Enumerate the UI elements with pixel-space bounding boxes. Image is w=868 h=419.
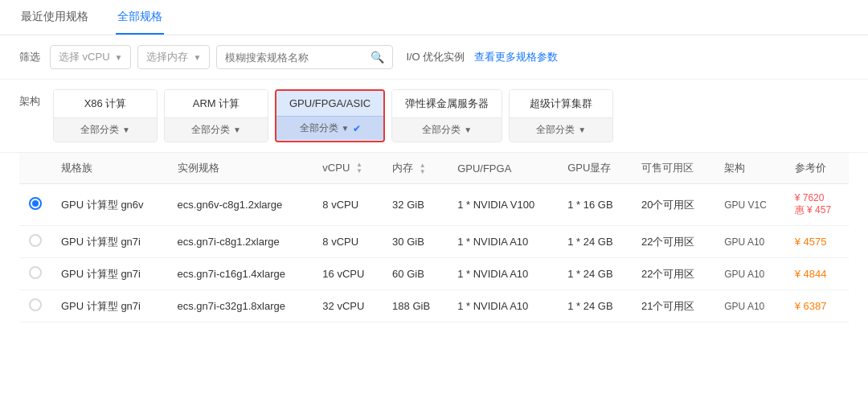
spec-cell: ecs.gn6v-c8g1.2xlarge <box>168 184 313 226</box>
price-original: ¥ 7620 <box>795 192 839 203</box>
avail-cell: 21个可用区 <box>632 290 714 322</box>
arch-card-x86[interactable]: X86 计算 全部分类 ▼ <box>53 89 158 142</box>
chevron-down-icon: ▼ <box>464 125 472 134</box>
radio-button[interactable] <box>29 298 42 311</box>
spec-table-container: 规格族 实例规格 vCPU ▲▼ 内存 ▲▼ GPU/FPGA GPU显存 可售… <box>0 153 868 322</box>
col-gpu-mem: GPU显存 <box>558 153 632 184</box>
search-icon: 🔍 <box>371 51 384 64</box>
gpu-mem-cell: 1 * 24 GB <box>558 226 632 258</box>
arch-card-super-sub: 全部分类 ▼ <box>510 117 612 142</box>
col-vcpu[interactable]: vCPU ▲▼ <box>313 153 383 184</box>
arch-card-arm-sub: 全部分类 ▼ <box>165 117 268 142</box>
search-input[interactable] <box>225 51 366 64</box>
col-family: 规格族 <box>51 153 168 184</box>
vcpu-select[interactable]: 选择 vCPU ▼ <box>50 45 131 69</box>
chevron-down-icon: ▼ <box>233 125 241 134</box>
radio-cell <box>19 258 51 290</box>
col-arch: 架构 <box>714 153 785 184</box>
arch-card-gpu[interactable]: GPU/FPGA/ASIC 全部分类 ▼ ✔ <box>275 89 385 142</box>
avail-cell: 22个可用区 <box>632 226 714 258</box>
table-row[interactable]: GPU 计算型 gn7iecs.gn7i-c32g1.8xlarge32 vCP… <box>19 290 849 322</box>
arch-card-super[interactable]: 超级计算集群 全部分类 ▼ <box>509 89 613 142</box>
vcpu-cell: 16 vCPU <box>313 258 383 290</box>
price-cell: ¥ 7620惠 ¥ 457 <box>785 184 849 226</box>
chevron-down-icon: ▼ <box>122 125 130 134</box>
vcpu-cell: 8 vCPU <box>313 226 383 258</box>
arch-card-gpu-sub: 全部分类 ▼ ✔ <box>276 116 383 140</box>
arch-card-super-title: 超级计算集群 <box>510 90 612 117</box>
gpu-cell: 1 * NVIDIA A10 <box>448 258 558 290</box>
arch-cell: GPU A10 <box>714 258 785 290</box>
avail-cell: 20个可用区 <box>632 184 714 226</box>
tab-all[interactable]: 全部规格 <box>116 0 164 35</box>
filter-row: 筛选 选择 vCPU ▼ 选择内存 ▼ 🔍 I/O 优化实例 查看更多规格参数 <box>0 35 868 80</box>
arch-card-elastic[interactable]: 弹性裸金属服务器 全部分类 ▼ <box>391 89 502 142</box>
memory-select[interactable]: 选择内存 ▼ <box>137 45 210 69</box>
arch-card-x86-title: X86 计算 <box>54 90 157 117</box>
gpu-cell: 1 * NVIDIA V100 <box>448 184 558 226</box>
filter-label: 筛选 <box>19 50 40 64</box>
col-select <box>19 153 51 184</box>
arch-card-gpu-title: GPU/FPGA/ASIC <box>276 91 383 116</box>
tabs-bar: 最近使用规格 全部规格 <box>0 0 868 35</box>
col-memory[interactable]: 内存 ▲▼ <box>383 153 448 184</box>
arch-card-arm-title: ARM 计算 <box>165 90 268 117</box>
radio-button[interactable] <box>29 234 42 247</box>
price-cell: ¥ 4575 <box>785 226 849 258</box>
arch-label: 架构 <box>19 94 40 109</box>
radio-cell <box>19 184 51 226</box>
chevron-down-icon: ▼ <box>193 53 201 62</box>
gpu-mem-cell: 1 * 24 GB <box>558 258 632 290</box>
chevron-down-icon: ▼ <box>115 53 123 62</box>
spec-cell: ecs.gn7i-c8g1.2xlarge <box>168 226 313 258</box>
search-box[interactable]: 🔍 <box>216 45 393 69</box>
family-cell: GPU 计算型 gn7i <box>51 258 168 290</box>
price-discount: 惠 ¥ 457 <box>795 203 839 217</box>
arch-card-elastic-sub: 全部分类 ▼ <box>392 117 502 142</box>
table-row[interactable]: GPU 计算型 gn7iecs.gn7i-c8g1.2xlarge8 vCPU3… <box>19 226 849 258</box>
price-value: ¥ 4844 <box>795 268 827 280</box>
price-value: ¥ 6387 <box>795 300 827 312</box>
arch-cell: GPU A10 <box>714 290 785 322</box>
table-row[interactable]: GPU 计算型 gn7iecs.gn7i-c16g1.4xlarge16 vCP… <box>19 258 849 290</box>
arch-cards: X86 计算 全部分类 ▼ ARM 计算 全部分类 ▼ GPU/FPGA/ASI… <box>53 89 849 142</box>
arch-cell: GPU A10 <box>714 226 785 258</box>
family-cell: GPU 计算型 gn7i <box>51 226 168 258</box>
sort-arrows-vcpu: ▲▼ <box>356 162 362 175</box>
arch-card-elastic-title: 弹性裸金属服务器 <box>392 90 502 117</box>
check-icon: ✔ <box>353 123 361 134</box>
price-value: ¥ 4575 <box>795 236 827 248</box>
io-badge: I/O 优化实例 <box>406 50 465 64</box>
gpu-cell: 1 * NVIDIA A10 <box>448 290 558 322</box>
table-header-row: 规格族 实例规格 vCPU ▲▼ 内存 ▲▼ GPU/FPGA GPU显存 可售… <box>19 153 849 184</box>
arch-section: 架构 X86 计算 全部分类 ▼ ARM 计算 全部分类 ▼ GPU/FPGA/… <box>0 80 868 153</box>
radio-button[interactable] <box>29 266 42 279</box>
vcpu-cell: 8 vCPU <box>313 184 383 226</box>
spec-cell: ecs.gn7i-c16g1.4xlarge <box>168 258 313 290</box>
family-cell: GPU 计算型 gn7i <box>51 290 168 322</box>
gpu-mem-cell: 1 * 16 GB <box>558 184 632 226</box>
chevron-down-icon: ▼ <box>342 124 350 133</box>
memory-cell: 188 GiB <box>383 290 448 322</box>
spec-table: 规格族 实例规格 vCPU ▲▼ 内存 ▲▼ GPU/FPGA GPU显存 可售… <box>19 153 849 322</box>
price-cell: ¥ 6387 <box>785 290 849 322</box>
vcpu-cell: 32 vCPU <box>313 290 383 322</box>
col-gpu: GPU/FPGA <box>448 153 558 184</box>
arch-card-arm[interactable]: ARM 计算 全部分类 ▼ <box>164 89 268 142</box>
arch-card-x86-sub: 全部分类 ▼ <box>54 117 157 142</box>
radio-cell <box>19 226 51 258</box>
family-cell: GPU 计算型 gn6v <box>51 184 168 226</box>
table-row[interactable]: GPU 计算型 gn6vecs.gn6v-c8g1.2xlarge8 vCPU3… <box>19 184 849 226</box>
col-avail: 可售可用区 <box>632 153 714 184</box>
more-params-link[interactable]: 查看更多规格参数 <box>474 50 558 64</box>
gpu-cell: 1 * NVIDIA A10 <box>448 226 558 258</box>
col-spec: 实例规格 <box>168 153 313 184</box>
radio-button[interactable] <box>29 197 42 210</box>
gpu-mem-cell: 1 * 24 GB <box>558 290 632 322</box>
tab-recent[interactable]: 最近使用规格 <box>19 0 90 35</box>
price-cell: ¥ 4844 <box>785 258 849 290</box>
radio-cell <box>19 290 51 322</box>
memory-cell: 32 GiB <box>383 184 448 226</box>
col-price: 参考价 <box>785 153 849 184</box>
chevron-down-icon: ▼ <box>578 125 586 134</box>
